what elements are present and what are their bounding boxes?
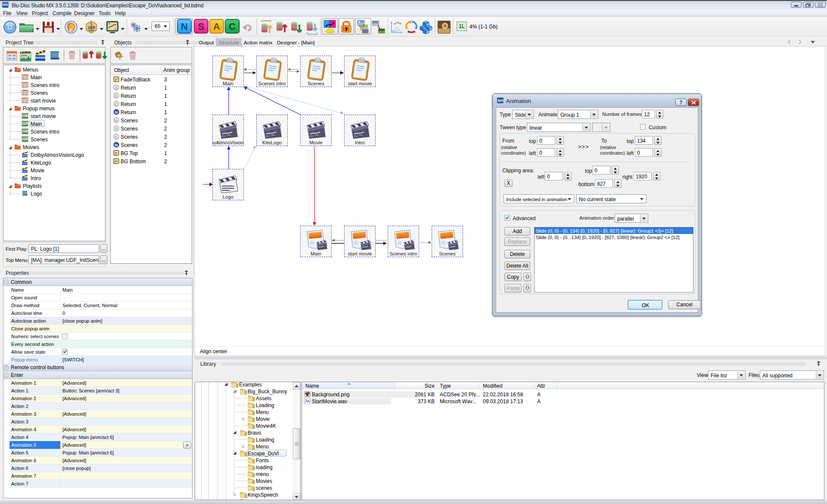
svg-text:A: A xyxy=(115,118,118,123)
svg-text:C: C xyxy=(115,134,118,139)
svg-text:C: C xyxy=(115,102,118,106)
svg-text:P: P xyxy=(115,151,118,156)
svg-text:JAR: JAR xyxy=(87,25,96,30)
svg-text:P: P xyxy=(115,159,118,164)
svg-text:N: N xyxy=(115,110,118,115)
svg-text:S: S xyxy=(115,93,118,98)
svg-text:A: A xyxy=(115,85,118,90)
svg-text:N: N xyxy=(115,143,118,147)
svg-text:S: S xyxy=(115,126,118,131)
svg-text:P: P xyxy=(115,78,118,82)
svg-text:BDS: BDS xyxy=(498,99,504,102)
